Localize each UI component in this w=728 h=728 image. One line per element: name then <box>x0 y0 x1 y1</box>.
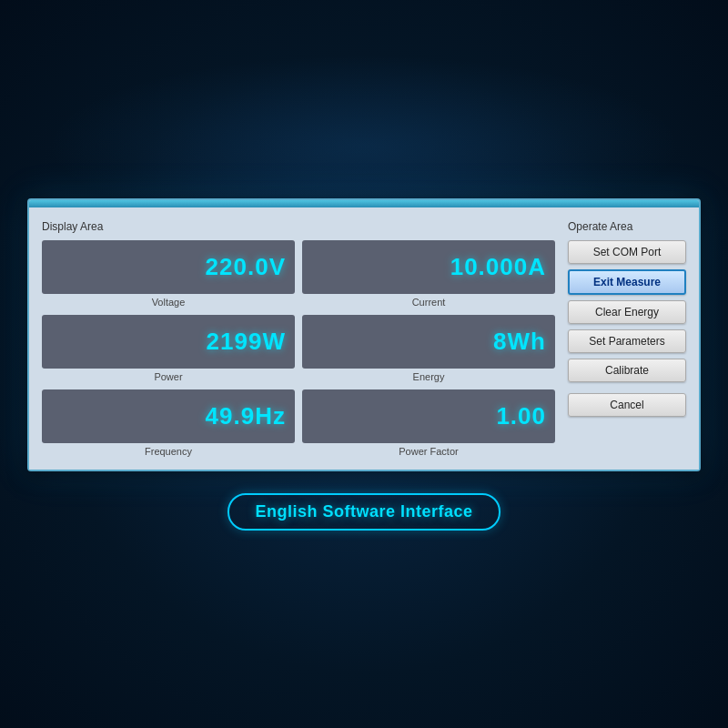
app-window: Display Area 220.0V Voltage 10.000A <box>27 198 701 471</box>
software-label: English Software Interface <box>228 493 500 531</box>
operate-area: Operate Area Set COM Port Exit Measure C… <box>568 220 686 457</box>
exit-measure-button[interactable]: Exit Measure <box>568 269 686 295</box>
metric-display-power-factor: 1.00 <box>302 389 555 443</box>
metric-cell-voltage: 220.0V Voltage <box>42 240 295 308</box>
operate-buttons: Set COM Port Exit Measure Clear Energy S… <box>568 240 686 417</box>
metric-value-energy: 8Wh <box>493 328 546 356</box>
metric-cell-power: 2199W Power <box>42 315 295 382</box>
calibrate-button[interactable]: Calibrate <box>568 359 686 382</box>
window-content: Display Area 220.0V Voltage 10.000A <box>29 207 699 470</box>
metric-cell-power-factor: 1.00 Power Factor <box>302 389 555 457</box>
page-wrapper: Display Area 220.0V Voltage 10.000A <box>27 198 701 531</box>
metric-cell-current: 10.000A Current <box>302 240 555 308</box>
display-area-label: Display Area <box>42 220 555 233</box>
clear-energy-button[interactable]: Clear Energy <box>568 300 686 324</box>
metric-value-power-factor: 1.00 <box>496 402 546 430</box>
metric-value-voltage: 220.0V <box>206 253 286 281</box>
metric-name-power: Power <box>154 371 182 382</box>
metric-name-current: Current <box>412 297 446 308</box>
operate-area-label: Operate Area <box>568 220 686 233</box>
metrics-grid: 220.0V Voltage 10.000A Current <box>42 240 555 457</box>
metric-value-power: 2199W <box>207 328 286 356</box>
metric-cell-frequency: 49.9Hz Frequency <box>42 389 295 457</box>
metric-name-power-factor: Power Factor <box>399 446 458 457</box>
metric-display-current: 10.000A <box>302 240 555 294</box>
metric-value-current: 10.000A <box>450 253 546 281</box>
metric-display-energy: 8Wh <box>302 315 555 369</box>
cancel-button[interactable]: Cancel <box>568 393 686 417</box>
metric-display-power: 2199W <box>42 315 295 369</box>
window-titlebar <box>29 200 699 207</box>
set-parameters-button[interactable]: Set Parameters <box>568 329 686 353</box>
metric-display-frequency: 49.9Hz <box>42 389 295 443</box>
metric-display-voltage: 220.0V <box>42 240 295 294</box>
metric-cell-energy: 8Wh Energy <box>302 315 555 382</box>
display-area: Display Area 220.0V Voltage 10.000A <box>42 220 555 457</box>
metric-name-frequency: Frequency <box>145 446 192 457</box>
metric-value-frequency: 49.9Hz <box>206 402 286 430</box>
metric-name-energy: Energy <box>413 371 445 382</box>
set-com-port-button[interactable]: Set COM Port <box>568 240 686 264</box>
metric-name-voltage: Voltage <box>152 297 186 308</box>
